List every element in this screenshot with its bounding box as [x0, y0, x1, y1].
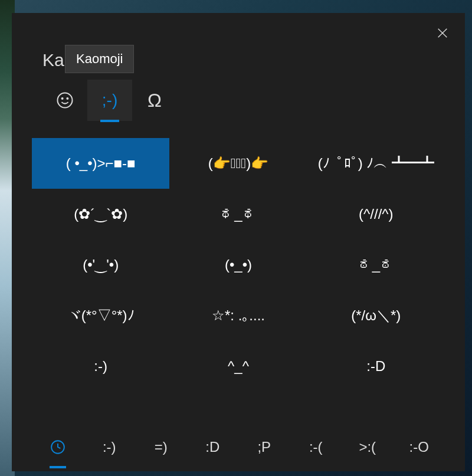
category-angry[interactable]: >:( — [342, 431, 394, 464]
kaomoji-item[interactable]: ヾ(*°▽°*)ﾉ — [32, 290, 169, 341]
category-bigd[interactable]: :D — [187, 431, 239, 464]
kaomoji-item[interactable]: (^///^) — [307, 189, 445, 239]
panel-title: Ka — [42, 50, 64, 70]
category-happy[interactable]: :-) — [84, 431, 136, 464]
tab-tooltip: Kaomoji — [65, 45, 134, 73]
kaomoji-item[interactable]: ^_^ — [169, 341, 307, 392]
close-button[interactable] — [433, 24, 452, 42]
category-recent[interactable] — [32, 431, 84, 464]
kaomoji-item[interactable]: :-) — [32, 341, 169, 392]
kaomoji-grid: ( •_•)>⌐■-■ (👉ﾟヮﾟ)👉 (ﾉ ﾟﾛﾟ) ﾉ︵ ┻━┻ (✿´‿`… — [32, 138, 445, 392]
kaomoji-item[interactable]: (✿´‿`✿) — [32, 189, 169, 239]
clock-icon — [50, 439, 65, 455]
category-underline — [50, 466, 66, 468]
svg-point-3 — [62, 98, 63, 99]
kaomoji-grid-area: ( •_•)>⌐■-■ (👉ﾟヮﾟ)👉 (ﾉ ﾟﾛﾟ) ﾉ︵ ┻━┻ (✿´‿`… — [12, 124, 465, 423]
category-row: :-) =) :D ;P :-( >:( :-O — [12, 423, 465, 471]
emoji-picker-panel: Ka Kaomoji ;-) Ω ( •_•)>⌐■-■ — [12, 13, 465, 471]
kaomoji-item[interactable]: (👉ﾟヮﾟ)👉 — [169, 138, 307, 189]
kaomoji-item[interactable]: (•'‿'•) — [32, 239, 169, 290]
kaomoji-item[interactable]: :-D — [307, 341, 445, 392]
category-equals[interactable]: =) — [135, 431, 187, 464]
tab-emoji[interactable] — [42, 80, 87, 121]
tab-underline — [100, 120, 119, 122]
kaomoji-item[interactable]: (•_•) — [169, 239, 307, 290]
kaomoji-tab-label: ;-) — [102, 91, 117, 110]
svg-point-4 — [67, 98, 68, 99]
kaomoji-item[interactable]: ಥ_ಥ — [169, 189, 307, 239]
kaomoji-item[interactable]: (*/ω＼*) — [307, 290, 445, 341]
kaomoji-item[interactable]: ( •_•)>⌐■-■ — [32, 138, 169, 189]
panel-header: Ka Kaomoji — [12, 13, 465, 77]
symbols-tab-label: Ω — [148, 90, 162, 111]
svg-point-2 — [58, 93, 73, 108]
tab-row: ;-) Ω — [12, 77, 465, 124]
kaomoji-item[interactable]: ಠ_ಠ — [307, 239, 445, 290]
kaomoji-item[interactable]: (ﾉ ﾟﾛﾟ) ﾉ︵ ┻━┻ — [307, 138, 445, 189]
kaomoji-item[interactable]: ☆*: .｡.... — [169, 290, 307, 341]
tab-symbols[interactable]: Ω — [132, 80, 177, 121]
category-wink[interactable]: ;P — [238, 431, 290, 464]
close-icon — [436, 27, 449, 40]
category-surprised[interactable]: :-O — [394, 431, 445, 464]
category-sad[interactable]: :-( — [290, 431, 342, 464]
tab-kaomoji[interactable]: ;-) — [87, 80, 132, 121]
smiley-icon — [56, 91, 74, 109]
